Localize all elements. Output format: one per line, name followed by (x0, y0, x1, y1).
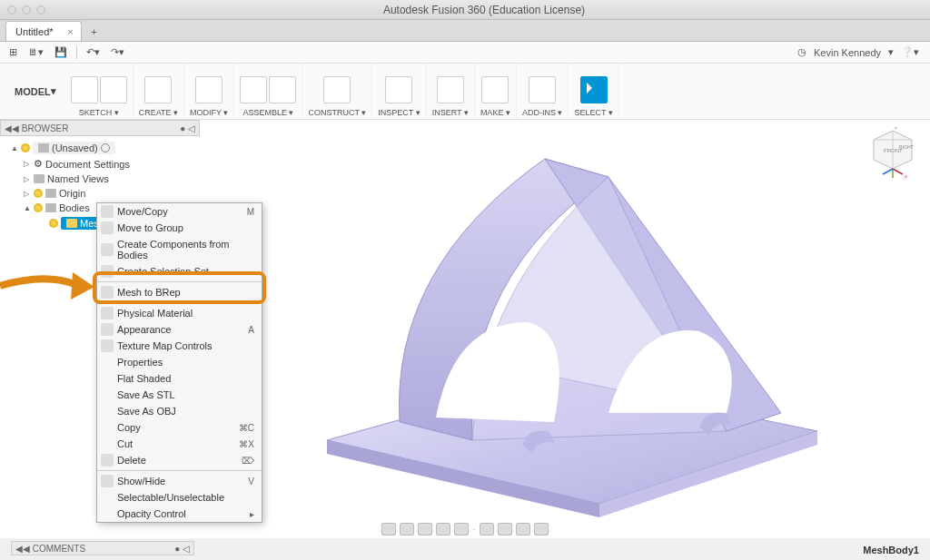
file-menu-icon[interactable]: 🗎▾ (25, 44, 47, 60)
ctx-appearance[interactable]: AppearanceA (97, 321, 262, 338)
brep-icon (101, 286, 114, 299)
ribbon-group-addins[interactable]: ADD-INS ▾ (517, 64, 569, 119)
orbit-icon[interactable] (381, 523, 396, 535)
ctx-show-hide[interactable]: Show/HideV (97, 473, 262, 489)
construct-icon[interactable] (323, 76, 351, 103)
zoom-icon[interactable] (436, 523, 450, 535)
workspace-label: MODEL (15, 86, 51, 97)
texture-icon (101, 339, 114, 352)
pan-icon[interactable] (418, 523, 432, 535)
app-title: Autodesk Fusion 360 (Education License) (45, 4, 923, 16)
ribbon-group-assemble[interactable]: ASSEMBLE ▾ (234, 64, 302, 119)
create-icon[interactable] (144, 76, 172, 103)
context-menu: Move/CopyM Move to Group Create Componen… (96, 202, 262, 523)
ctx-properties[interactable]: Properties (97, 354, 262, 370)
clock-icon[interactable]: ◷ (797, 46, 806, 58)
wireframe-icon[interactable] (498, 523, 512, 535)
insert-icon[interactable] (437, 76, 464, 103)
undo-icon[interactable]: ↶▾ (83, 44, 104, 60)
ctx-save-stl[interactable]: Save As STL (97, 387, 262, 403)
tree-item-named-views[interactable]: ▷Named Views (0, 172, 200, 186)
help-icon[interactable]: ❔▾ (901, 46, 919, 58)
ctx-save-obj[interactable]: Save As OBJ (97, 403, 262, 419)
visibility-bulb-icon[interactable] (21, 143, 30, 152)
grid-icon[interactable] (516, 523, 530, 535)
ctx-create-components[interactable]: Create Components from Bodies (97, 236, 262, 263)
inspect-icon[interactable] (385, 76, 412, 103)
user-dropdown-icon[interactable]: ▾ (888, 46, 894, 58)
ribbon-group-select[interactable]: SELECT ▾ (569, 64, 618, 119)
viewport-layout-icon[interactable] (534, 523, 549, 535)
maximize-window-dot[interactable] (36, 5, 45, 15)
ribbon-group-inspect[interactable]: INSPECT ▾ (372, 64, 426, 119)
select-icon[interactable] (580, 76, 608, 103)
ctx-create-selection-set[interactable]: Create Selection Set (97, 263, 262, 280)
new-tab-button[interactable]: + (85, 23, 104, 41)
annotation-arrow (0, 263, 100, 318)
status-selection-label: MeshBody1 (863, 545, 919, 555)
ribbon-group-create[interactable]: CREATE ▾ (134, 64, 184, 119)
sketch-icon[interactable] (71, 76, 98, 103)
close-window-dot[interactable] (7, 5, 16, 15)
look-icon[interactable] (400, 523, 414, 535)
ctx-cut[interactable]: Cut⌘X (97, 436, 262, 452)
redo-icon[interactable]: ↷▾ (107, 44, 128, 60)
minimize-window-dot[interactable] (22, 5, 31, 15)
svg-line-7 (893, 169, 903, 174)
ribbon-group-insert[interactable]: INSERT ▾ (427, 64, 475, 119)
ribbon-group-construct[interactable]: CONSTRUCT ▾ (302, 64, 372, 119)
bulb-icon (101, 475, 114, 487)
selection-set-icon (101, 265, 114, 278)
browser-header[interactable]: ◀◀ BROWSER● ◁ (0, 120, 200, 136)
quick-access-toolbar: ⊞ 🗎▾ 💾 ↶▾ ↷▾ ◷ Kevin Kennedy▾ ❔▾ (0, 42, 930, 64)
folder-icon (34, 174, 45, 183)
ctx-selectable[interactable]: Selectable/Unselectable (97, 489, 262, 506)
component-icon (101, 243, 114, 256)
user-name[interactable]: Kevin Kennedy (814, 47, 881, 58)
tree-item-origin[interactable]: ▷Origin (0, 186, 200, 201)
make-icon[interactable] (481, 76, 509, 103)
workspace-selector[interactable]: MODEL ▾ (5, 64, 65, 119)
ribbon-toolbar: MODEL ▾ SKETCH ▾ CREATE ▾ MODIFY ▾ ASSEM… (0, 64, 930, 120)
ctx-flat-shaded[interactable]: Flat Shaded (97, 370, 262, 387)
sketch-icon-2[interactable] (100, 76, 127, 103)
delete-icon (101, 454, 114, 467)
assemble-icon-2[interactable] (269, 76, 296, 103)
group-icon (101, 221, 114, 234)
tree-item-document-settings[interactable]: ▷⚙Document Settings (0, 156, 200, 172)
ctx-move-to-group[interactable]: Move to Group (97, 220, 262, 236)
svg-text:RIGHT: RIGHT (899, 144, 914, 150)
ribbon-group-make[interactable]: MAKE ▾ (475, 64, 517, 119)
visibility-bulb-icon[interactable] (34, 203, 43, 212)
ctx-opacity[interactable]: Opacity Control▸ (97, 506, 262, 522)
modify-icon[interactable] (195, 76, 223, 103)
ctx-mesh-to-brep[interactable]: Mesh to BRep (97, 284, 262, 300)
gear-icon: ⚙ (34, 158, 43, 170)
folder-icon (45, 189, 56, 198)
move-icon (101, 205, 114, 218)
viewcube[interactable]: FRONT RIGHT x z (868, 127, 917, 182)
ctx-texture-map[interactable]: Texture Map Controls (97, 338, 262, 354)
ctx-move-copy[interactable]: Move/CopyM (97, 203, 262, 220)
viewport-nav-bar: · (0, 520, 930, 538)
grid-icon[interactable]: ⊞ (5, 44, 21, 60)
comments-panel-header[interactable]: ◀◀ COMMENTS● ◁ (11, 541, 194, 555)
ribbon-group-sketch[interactable]: SKETCH ▾ (65, 64, 134, 119)
ctx-copy[interactable]: Copy⌘C (97, 419, 262, 436)
addins-icon[interactable] (529, 76, 556, 103)
fit-icon[interactable] (454, 523, 469, 535)
visibility-bulb-icon[interactable] (49, 219, 58, 228)
mac-titlebar: Autodesk Fusion 360 (Education License) (0, 0, 930, 20)
ctx-delete[interactable]: Delete⌦ (97, 452, 262, 468)
visibility-bulb-icon[interactable] (34, 189, 43, 198)
svg-line-8 (883, 169, 893, 174)
assemble-icon[interactable] (240, 76, 267, 103)
svg-text:x: x (905, 173, 907, 179)
display-icon[interactable] (480, 523, 494, 535)
ribbon-group-modify[interactable]: MODIFY ▾ (184, 64, 234, 119)
save-icon[interactable]: 💾 (51, 44, 71, 60)
tree-root[interactable]: ▲ (Unsaved) (0, 140, 200, 156)
appearance-icon (101, 323, 114, 336)
ctx-physical-material[interactable]: Physical Material (97, 305, 262, 321)
file-tab[interactable]: Untitled* (5, 21, 82, 41)
